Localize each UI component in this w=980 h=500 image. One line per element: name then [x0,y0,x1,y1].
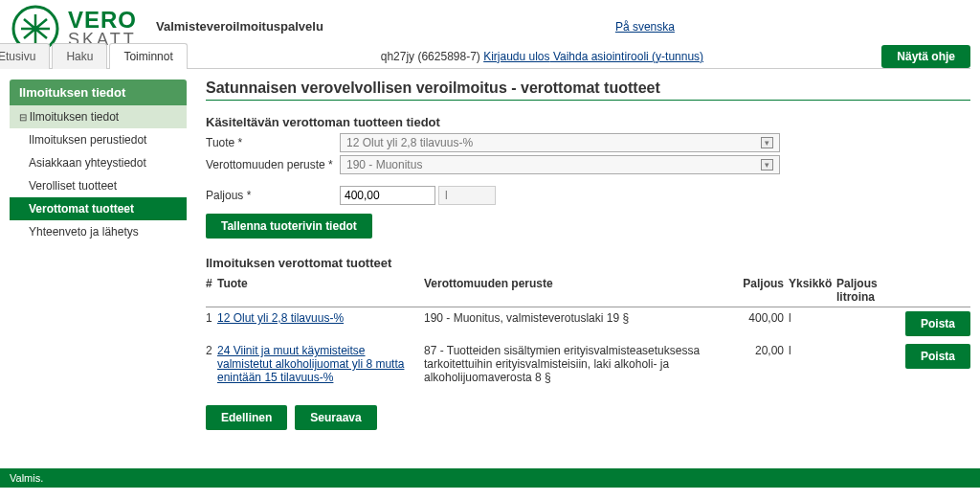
select-product[interactable]: 12 Olut yli 2,8 tilavuus-% ▾ [340,133,780,152]
table-title: Ilmoituksen verottomat tuotteet [206,256,970,270]
service-title: Valmisteveroilmoituspalvelu [156,19,323,34]
select-basis[interactable]: 190 - Muonitus ▾ [340,155,780,174]
table-row: 1 12 Olut yli 2,8 tilavuus-% 190 - Muoni… [206,307,970,340]
select-basis-value: 190 - Muonitus [346,158,422,171]
col-liters: Paljous litroina [836,277,884,304]
tab-haku[interactable]: Haku [52,43,107,69]
col-amount: Paljous [741,277,789,304]
row-unit: l [789,311,836,325]
product-link[interactable]: 24 Viinit ja muut käymisteitse valmistet… [217,344,404,384]
show-help-button[interactable]: Näytä ohje [881,45,970,68]
row-unit: l [789,344,836,357]
sidebar-item-verolliset[interactable]: Verolliset tuotteet [10,174,187,197]
col-unit: Yksikkö [789,277,836,304]
sidebar-item-perustiedot[interactable]: Ilmoituksen perustiedot [10,128,187,151]
user-info: qh27jy (6625898-7) Kirjaudu ulos Vaihda … [381,50,703,63]
row-amount: 20,00 [741,344,789,357]
logo-text-top: VERO [68,10,137,32]
sidebar-group[interactable]: Ilmoituksen tiedot [10,105,187,128]
next-button[interactable]: Seuraava [295,405,376,430]
row-basis: 87 - Tuotteiden sisältymien erityisvalmi… [424,344,741,384]
row-num: 2 [206,344,217,357]
col-num: # [206,277,217,304]
product-link[interactable]: 12 Olut yli 2,8 tilavuus-% [217,311,344,325]
change-role-link[interactable]: Vaihda asiointirooli (y-tunnus) [550,50,704,63]
user-id: qh27jy (6625898-7) [381,50,483,63]
input-amount[interactable] [340,186,435,205]
label-basis: Verottomuuden peruste * [206,158,340,171]
table-row: 2 24 Viinit ja muut käymisteitse valmist… [206,340,970,388]
label-product: Tuote * [206,136,340,149]
chevron-down-icon: ▾ [761,137,773,148]
select-product-value: 12 Olut yli 2,8 tilavuus-% [346,136,473,149]
col-product: Tuote [217,277,424,304]
sidebar-item-yhteenveto[interactable]: Yhteenveto ja lähetys [10,220,187,243]
previous-button[interactable]: Edellinen [206,405,287,430]
delete-button[interactable]: Poista [905,311,970,336]
unit-display: l [438,186,496,205]
row-basis: 190 - Muonitus, valmisteverotuslaki 19 § [424,311,741,325]
sidebar: Ilmoituksen tiedot Ilmoituksen tiedot Il… [10,80,187,430]
main-tabs: Etusivu Haku Toiminnot [0,43,189,69]
row-amount: 400,00 [741,311,789,325]
section-title: Käsiteltävän verottoman tuotteen tiedot [206,115,970,129]
sidebar-item-verottomat[interactable]: Verottomat tuotteet [10,197,187,220]
tab-toiminnot[interactable]: Toiminnot [109,43,187,69]
page-title: Satunnaisen verovelvollisen veroilmoitus… [206,80,970,101]
status-text: Valmis. [10,472,43,484]
row-num: 1 [206,311,217,325]
products-table: # Tuote Verottomuuden peruste Paljous Yk… [206,274,970,388]
chevron-down-icon: ▾ [761,159,773,170]
status-bar: Valmis. [0,468,980,488]
sidebar-header: Ilmoituksen tiedot [10,80,187,105]
col-basis: Verottomuuden peruste [424,277,741,304]
delete-button[interactable]: Poista [905,344,970,369]
save-button[interactable]: Tallenna tuoterivin tiedot [206,214,372,239]
language-link[interactable]: På svenska [615,20,675,34]
logout-link[interactable]: Kirjaudu ulos [483,50,549,63]
tab-etusivu[interactable]: Etusivu [0,43,50,69]
sidebar-item-yhteystiedot[interactable]: Asiakkaan yhteystiedot [10,151,187,174]
label-amount: Paljous * [206,189,340,202]
